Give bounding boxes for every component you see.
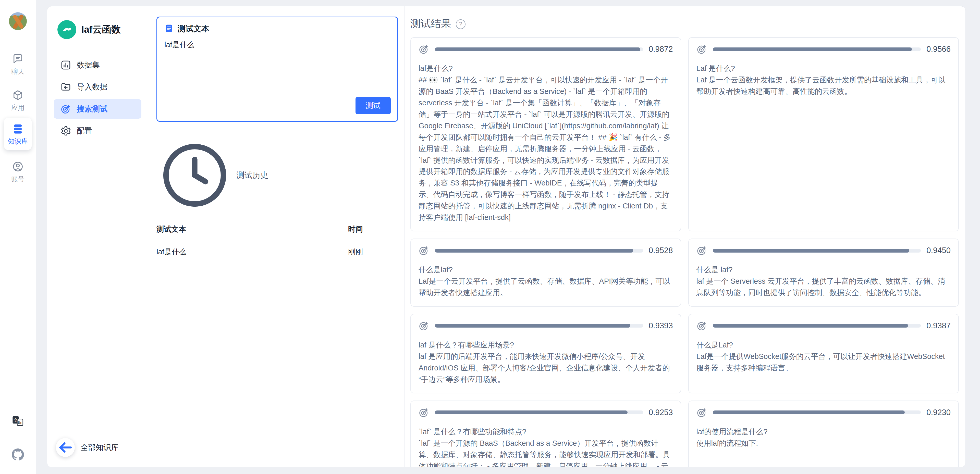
result-body: Laf是一个云开发平台，提供了云函数、存储、数据库、API网关等功能，可以帮助开… <box>418 275 673 299</box>
score-bar <box>713 410 921 414</box>
result-body: laf 是应用的后端开发平台，能用来快速开发微信小程序/公众号、开发 Andro… <box>418 351 673 385</box>
rail-item-app[interactable]: 应用 <box>11 89 24 112</box>
history-col-text: 测试文本 <box>156 224 348 234</box>
result-score: 0.9566 <box>926 45 951 54</box>
rail-item-label: 账号 <box>11 175 24 184</box>
result-score: 0.9253 <box>649 408 673 417</box>
target-icon <box>418 407 429 418</box>
kb-menu: 数据集 导入数据 搜索测试 配置 <box>54 56 142 143</box>
score-bar <box>713 324 921 328</box>
history-title: 测试历史 <box>237 170 268 181</box>
document-icon <box>164 24 173 34</box>
target-icon <box>418 320 429 331</box>
result-body: Laf 是一个云函数开发框架，提供了云函数开发所需的基础设施和工具，可以帮助开发… <box>697 74 951 97</box>
result-score: 0.9872 <box>649 45 673 54</box>
result-title: `laf` 是什么？有哪些功能和特点? <box>418 426 673 437</box>
cube-icon <box>12 89 24 101</box>
result-body: Laf是一个提供WebSocket服务的云平台，可以让开发者快速搭建WebSoc… <box>697 351 951 374</box>
target-icon <box>418 44 429 55</box>
rail-item-chat[interactable]: 聊天 <box>11 53 24 76</box>
rail-item-label: 聊天 <box>11 67 24 76</box>
clock-icon <box>156 137 233 213</box>
history-table: 测试文本 时间 laf是什么 刚刚 <box>156 224 398 264</box>
target-icon <box>418 245 429 256</box>
target-icon <box>697 320 707 331</box>
menu-item-label: 数据集 <box>77 60 100 70</box>
history-row-time: 刚刚 <box>348 247 398 257</box>
menu-item-import-data[interactable]: 导入数据 <box>54 77 142 97</box>
result-card: 0.9387 什么是Laf? Laf是一个提供WebSocket服务的云平台，可… <box>688 314 959 393</box>
result-score: 0.9387 <box>926 321 951 330</box>
folder-import-icon <box>60 82 71 92</box>
result-body: 使用laf的流程如下: <box>697 437 951 449</box>
score-bar-fill <box>713 249 910 253</box>
result-card: 0.9393 laf 是什么？有哪些应用场景? laf 是应用的后端开发平台，能… <box>410 314 681 393</box>
laf-logo <box>57 20 76 39</box>
result-card: 0.9230 laf的使用流程是什么? 使用laf的流程如下: <box>688 401 959 467</box>
kb-title: laf云函数 <box>81 23 121 36</box>
history-row[interactable]: laf是什么 刚刚 <box>156 240 398 264</box>
result-card: 0.9528 什么是laf? Laf是一个云开发平台，提供了云函数、存储、数据库… <box>410 239 681 307</box>
gear-icon <box>60 126 71 136</box>
kb-menu-column: laf云函数 数据集 导入数据 搜索测试 <box>47 6 148 467</box>
back-to-all-kb-button[interactable]: 全部知识库 <box>56 438 142 457</box>
test-button[interactable]: 测试 <box>355 97 391 114</box>
menu-item-search-test[interactable]: 搜索测试 <box>54 99 142 119</box>
user-icon <box>12 161 24 172</box>
score-bar-fill <box>435 48 640 51</box>
result-score: 0.9450 <box>926 246 951 255</box>
database-icon <box>12 123 24 135</box>
results-title: 测试结果 <box>410 17 451 30</box>
result-title: laf 是什么？有哪些应用场景? <box>418 339 673 351</box>
test-box-title: 测试文本 <box>178 24 209 34</box>
menu-item-label: 配置 <box>77 126 92 136</box>
avatar[interactable] <box>9 12 27 30</box>
svg-text:En: En <box>18 420 22 425</box>
result-grid: 0.9872 laf是什么? ## 👀 `laf` 是什么 - `laf` 是云… <box>410 37 959 467</box>
menu-item-label: 导入数据 <box>77 82 107 92</box>
dataset-icon <box>60 60 71 70</box>
result-score: 0.9393 <box>649 321 673 330</box>
target-icon <box>60 103 71 114</box>
app-rail: 聊天 应用 知识库 账号 文En <box>0 0 36 474</box>
result-body: ## 👀 `laf` 是什么 - `laf` 是云开发平台，可以快速的开发应用 … <box>418 74 673 223</box>
score-bar <box>713 48 921 51</box>
result-card: 0.9450 什么是 laf? laf 是一个 Serverless 云开发平台… <box>688 239 959 307</box>
score-bar-fill <box>435 249 633 253</box>
score-bar-fill <box>435 324 630 328</box>
rail-item-label: 应用 <box>11 103 24 112</box>
target-icon <box>697 245 707 256</box>
score-bar-fill <box>713 48 912 51</box>
history-col-time: 时间 <box>348 224 398 234</box>
score-bar <box>713 249 921 253</box>
result-title: 什么是Laf? <box>697 339 951 351</box>
menu-item-label: 搜索测试 <box>77 104 107 114</box>
chat-icon <box>12 53 24 65</box>
menu-item-config[interactable]: 配置 <box>54 121 142 141</box>
result-card: 0.9872 laf是什么? ## 👀 `laf` 是什么 - `laf` 是云… <box>410 37 681 231</box>
test-text-box: 测试文本 laf是什么 测试 <box>156 17 398 122</box>
test-text-input[interactable]: laf是什么 <box>164 40 390 96</box>
result-card: 0.9566 Laf 是什么? Laf 是一个云函数开发框架，提供了云函数开发所… <box>688 37 959 231</box>
menu-item-dataset[interactable]: 数据集 <box>54 56 142 75</box>
target-icon <box>697 407 707 418</box>
score-bar <box>435 48 643 51</box>
score-bar <box>435 410 643 414</box>
github-icon[interactable] <box>12 449 24 461</box>
result-body: `laf` 是一个开源的 BaaS（Backend as a Service）开… <box>418 437 673 467</box>
rail-item-label: 知识库 <box>8 137 28 146</box>
knowledge-base-panel: laf云函数 数据集 导入数据 搜索测试 <box>47 6 966 468</box>
score-bar-fill <box>435 410 628 414</box>
language-toggle-icon[interactable]: 文En <box>12 415 24 427</box>
score-bar <box>435 249 643 253</box>
history-row-text: laf是什么 <box>156 247 348 257</box>
result-body: laf 是一个 Serverless 云开发平台，提供了丰富的云函数、数据库、存… <box>697 275 951 299</box>
help-icon[interactable]: ? <box>456 19 466 29</box>
back-label: 全部知识库 <box>80 442 119 453</box>
result-title: 什么是laf? <box>418 264 673 275</box>
back-arrow-icon <box>56 438 75 457</box>
rail-item-account[interactable]: 账号 <box>11 161 24 184</box>
result-score: 0.9230 <box>926 408 951 417</box>
rail-item-knowledge-base[interactable]: 知识库 <box>4 118 32 150</box>
results-column: 测试结果 ? 0.9872 laf是什么? ## 👀 `laf` 是什么 - `… <box>405 6 966 467</box>
